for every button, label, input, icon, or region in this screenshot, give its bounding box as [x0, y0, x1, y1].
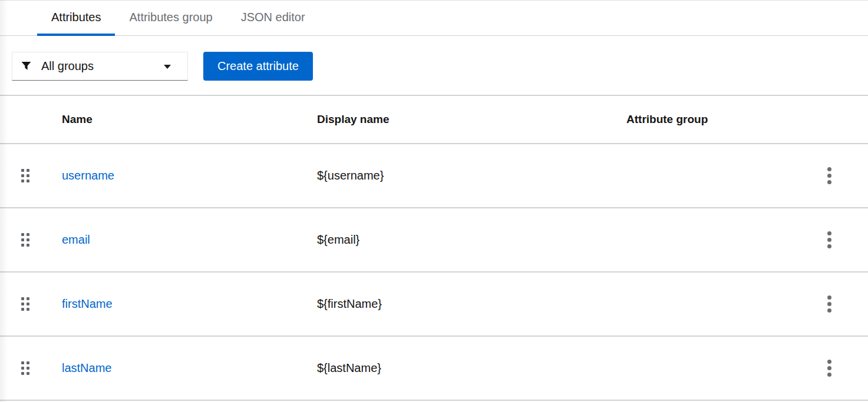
drag-handle-button[interactable] [21, 361, 29, 375]
tabs: Attributes Attributes group JSON editor [0, 0, 868, 36]
grip-dots-icon [21, 361, 29, 375]
drag-cell [0, 361, 62, 375]
kebab-icon [827, 231, 831, 248]
actions-cell [819, 358, 868, 378]
drag-handle-button[interactable] [21, 169, 29, 182]
attribute-name-link[interactable]: firstName [62, 297, 113, 310]
actions-cell [819, 230, 868, 250]
table-body: username ${username} [0, 144, 868, 401]
actions-cell [819, 294, 868, 314]
column-header-attribute-group: Attribute group [626, 113, 819, 126]
grip-dots-icon [21, 233, 29, 247]
drag-cell [0, 233, 62, 247]
grip-dots-icon [21, 169, 29, 182]
table-row: username ${username} [0, 144, 868, 208]
drag-handle-button[interactable] [21, 297, 29, 311]
name-cell: username [62, 169, 317, 182]
row-actions-kebab-button[interactable] [824, 358, 835, 378]
display-name-cell: ${firstName} [317, 297, 626, 311]
attribute-name-link[interactable]: lastName [62, 361, 111, 374]
drag-cell [0, 297, 62, 311]
create-attribute-button[interactable]: Create attribute [203, 52, 313, 81]
table-header: Name Display name Attribute group [0, 96, 868, 144]
grip-dots-icon [21, 297, 29, 311]
table-row: email ${email} [0, 208, 868, 273]
tab-label: Attributes group [129, 11, 212, 24]
tab-label: JSON editor [241, 11, 305, 24]
actions-cell [819, 165, 868, 186]
tab-json-editor[interactable]: JSON editor [227, 1, 319, 36]
tab-label: Attributes [51, 11, 101, 24]
attribute-name-link[interactable]: username [62, 169, 114, 182]
drag-handle-button[interactable] [21, 233, 29, 247]
toolbar: All groups Create attribute [0, 36, 868, 96]
display-name-cell: ${username} [317, 169, 626, 182]
group-filter-select[interactable]: All groups [12, 52, 188, 81]
display-name-cell: ${lastName} [317, 361, 626, 375]
display-name-cell: ${email} [317, 233, 626, 247]
name-cell: email [62, 233, 317, 247]
caret-down-icon [164, 65, 171, 69]
filter-icon [21, 61, 31, 71]
column-header-name: Name [62, 113, 317, 126]
row-actions-kebab-button[interactable] [824, 294, 835, 314]
kebab-icon [827, 167, 831, 184]
group-filter-value: All groups [41, 59, 94, 73]
name-cell: firstName [62, 297, 317, 311]
tab-attributes[interactable]: Attributes [37, 1, 115, 36]
attribute-name-link[interactable]: email [62, 233, 90, 246]
drag-cell [0, 169, 62, 182]
tab-attributes-group[interactable]: Attributes group [115, 1, 226, 36]
name-cell: lastName [62, 361, 317, 375]
column-header-display-name: Display name [317, 113, 626, 126]
table-row: lastName ${lastName} [0, 337, 868, 401]
row-actions-kebab-button[interactable] [824, 230, 835, 250]
kebab-icon [827, 295, 831, 313]
kebab-icon [827, 360, 831, 377]
row-actions-kebab-button[interactable] [824, 165, 835, 186]
table-row: firstName ${firstName} [0, 273, 868, 337]
